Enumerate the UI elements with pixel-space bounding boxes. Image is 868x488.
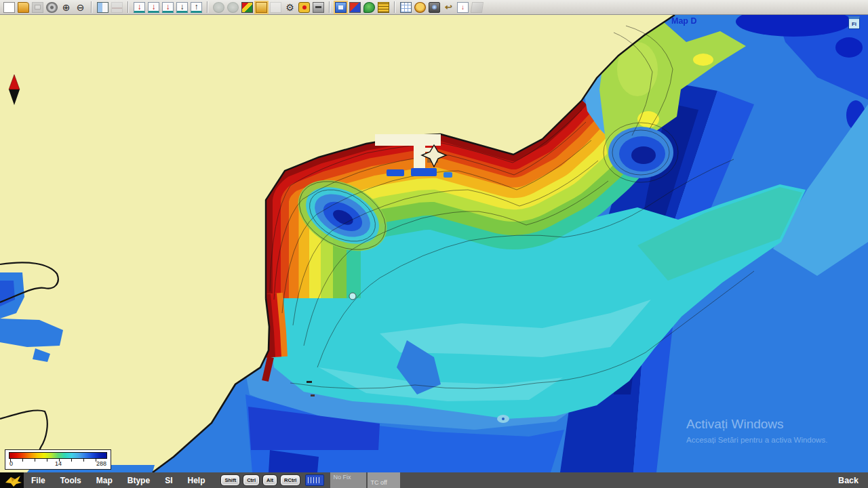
ellipse-tool-1-icon <box>213 2 224 13</box>
menu-file[interactable]: File <box>24 476 53 485</box>
toolbar-separator <box>207 1 208 13</box>
fi-mini-window-button[interactable]: Fi <box>848 16 860 29</box>
key-alt-button[interactable]: Alt <box>263 475 277 485</box>
sounding-import-3-icon[interactable] <box>162 2 174 13</box>
ellipse-tool-2-icon <box>227 2 239 13</box>
view-3d-icon[interactable] <box>256 2 267 13</box>
depth-legend: 0 14 288 <box>5 449 111 470</box>
status-indicators: No FixTC off <box>328 472 400 488</box>
key-shift-button[interactable]: Shift <box>221 475 239 485</box>
undo-icon[interactable] <box>443 2 454 13</box>
sounding-import-1-icon[interactable] <box>134 2 145 13</box>
menu-help[interactable]: Help <box>180 476 212 485</box>
toolbar-separator <box>91 1 92 13</box>
line-chart-icon <box>111 2 123 13</box>
camera-icon[interactable] <box>429 2 440 13</box>
depth-legend-gradient-bar <box>9 452 107 459</box>
main-toolbar <box>0 0 868 15</box>
status-no-fix: No Fix <box>330 472 366 488</box>
back-button[interactable]: Back <box>838 476 859 485</box>
modifier-key-buttons: ShiftCtrlAltRCtrl <box>219 475 302 485</box>
eraser-icon <box>471 2 484 13</box>
app-logo <box>0 472 24 488</box>
lamp-icon[interactable] <box>414 2 426 13</box>
film-reel-icon[interactable] <box>46 2 58 13</box>
menu-items: FileToolsMapBtypeSIHelp <box>24 476 212 485</box>
map-pin-icon[interactable] <box>298 2 310 13</box>
zoom-out-icon[interactable] <box>75 2 86 13</box>
area-chart-icon[interactable] <box>349 2 361 13</box>
hummingbird-logo-icon <box>2 474 22 487</box>
panel-view-icon[interactable] <box>97 2 108 13</box>
grid-table-icon[interactable] <box>400 2 412 13</box>
save-session-icon[interactable] <box>335 2 347 13</box>
toolbar-separator <box>127 1 129 13</box>
bottom-menu-bar: FileToolsMapBtypeSIHelp ShiftCtrlAltRCtr… <box>0 472 868 488</box>
menu-map[interactable]: Map <box>89 476 120 485</box>
virtual-keyboard-button[interactable] <box>305 474 324 486</box>
green-marker-icon[interactable] <box>363 2 375 13</box>
sounding-up-icon[interactable] <box>191 2 202 13</box>
legend-mid-label: 14 <box>55 460 62 467</box>
legend-min-label: 0 <box>9 460 13 467</box>
color-fill-icon[interactable] <box>241 2 253 13</box>
key-rctrl-button[interactable]: RCtrl <box>281 475 300 485</box>
legend-max-label: 288 <box>96 460 106 467</box>
key-ctrl-button[interactable]: Ctrl <box>243 475 259 485</box>
zoom-in-icon[interactable] <box>60 2 72 13</box>
new-document-icon[interactable] <box>3 2 15 13</box>
toolbar-separator <box>394 1 395 13</box>
sounding-import-2-icon[interactable] <box>148 2 159 13</box>
save-icon <box>32 2 43 13</box>
export-document-icon[interactable] <box>457 2 469 13</box>
menu-si[interactable]: SI <box>157 476 180 485</box>
blank-document-icon <box>270 2 281 13</box>
menu-btype[interactable]: Btype <box>120 476 157 485</box>
bathymetry-canvas <box>0 15 868 472</box>
adjust-sliders-icon[interactable] <box>378 2 389 13</box>
status-tc-off: TC off <box>368 472 400 488</box>
open-folder-icon[interactable] <box>18 2 29 13</box>
settings-gear-icon[interactable] <box>284 2 296 13</box>
menu-tools[interactable]: Tools <box>53 476 89 485</box>
map-title-label: Map D <box>671 16 697 26</box>
sounding-down-icon[interactable] <box>176 2 188 13</box>
bathymetry-map[interactable]: Map D Fi Activați Windows Accesați Setăr… <box>0 15 868 472</box>
printer-icon[interactable] <box>313 2 324 13</box>
toolbar-separator <box>329 1 330 13</box>
